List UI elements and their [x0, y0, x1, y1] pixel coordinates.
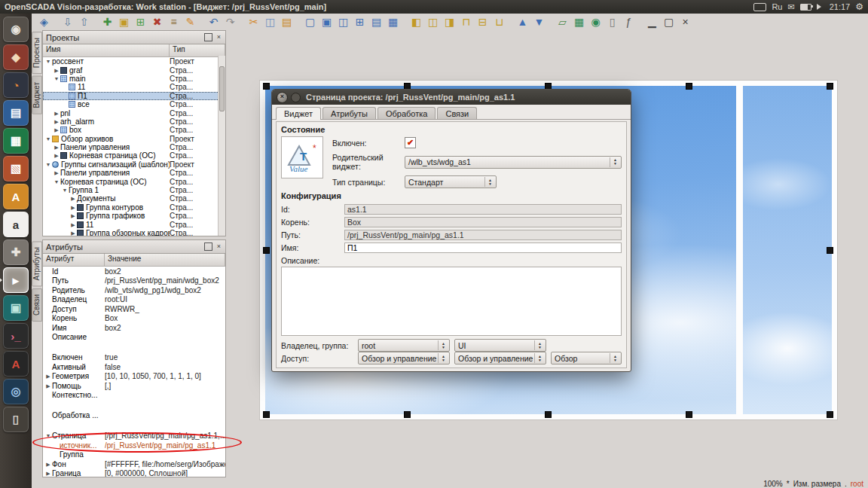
load-from-db-icon[interactable]: ⇩	[60, 14, 75, 29]
terminal-icon[interactable]: ›_	[3, 323, 29, 349]
panel-close-icon[interactable]: ×	[215, 243, 222, 250]
tree-row[interactable]: П1 Стра...	[43, 92, 225, 100]
resize-handle[interactable]	[686, 411, 692, 418]
attribute-value[interactable]: [#FFFFFF, file:/home/serg/Изображен...	[105, 460, 225, 468]
align-bottom-icon[interactable]: ⊔	[491, 14, 507, 29]
expander-icon[interactable]: ▼	[53, 178, 60, 186]
column-name[interactable]: Имя	[43, 44, 170, 56]
align-right-icon[interactable]: ◨	[442, 14, 457, 29]
redo-icon[interactable]: ↷	[222, 14, 238, 29]
expander-icon[interactable]: ▶	[69, 203, 77, 212]
attribute-value[interactable]: true	[105, 353, 225, 361]
attribute-value[interactable]: root:UI	[105, 295, 225, 303]
tree-row[interactable]: ▶ Группа графиков Стра...	[43, 212, 225, 220]
attribute-value[interactable]: box2	[105, 324, 225, 332]
expander-icon[interactable]: ▶	[69, 221, 77, 229]
ide-icon[interactable]: ◎	[3, 379, 29, 404]
expander-icon[interactable]: ▶	[44, 372, 52, 380]
attribute-value[interactable]: /prj_RussVent/pg_main/pg_as1.1	[105, 441, 225, 450]
edit-visual-item-icon[interactable]: ✎	[182, 14, 198, 29]
tree-row[interactable]: ▶ Группа обзорных кадров Стра...	[43, 229, 225, 236]
lower-widget-icon[interactable]: ▼	[531, 14, 547, 29]
side-tab[interactable]: Атрибуты	[32, 241, 42, 286]
expander-icon[interactable]: ▶	[69, 212, 77, 220]
expander-icon[interactable]: ▶	[53, 151, 60, 160]
attribute-row[interactable]: ▶ Геометрия [10, 10, 1050, 700, 1, 1, 1,…	[43, 372, 225, 382]
dialog-tab[interactable]: Атрибуты	[322, 107, 376, 119]
window-list-icon[interactable]: ▤	[368, 14, 384, 29]
form-elements-icon[interactable]: ▦	[571, 14, 587, 29]
panel-float-icon[interactable]	[204, 242, 212, 251]
owner-combo[interactable]: root ▲▼	[358, 339, 450, 352]
add-widget-icon[interactable]: ⊞	[133, 14, 148, 29]
tools-icon[interactable]: ✚	[3, 239, 29, 265]
attribute-row[interactable]: ▶ Помощь [,]	[43, 381, 225, 391]
field-value[interactable]: П1	[344, 242, 622, 253]
expander-icon[interactable]: ▶	[53, 126, 60, 134]
mdi-close-icon[interactable]: ×	[677, 14, 693, 29]
vision-designer-icon[interactable]: ►	[3, 267, 29, 293]
expander-icon[interactable]: ▼	[61, 186, 69, 194]
attribute-row[interactable]: Описание	[43, 333, 225, 353]
tree-row[interactable]: ▶ Документы Стра...	[43, 194, 225, 203]
undo-icon[interactable]: ↶	[206, 14, 222, 29]
expander-icon[interactable]: ▼	[44, 160, 52, 169]
clock[interactable]: 21:17	[830, 2, 851, 11]
enabled-checkbox[interactable]: ✔	[405, 137, 416, 148]
diagram-icon[interactable]: ◉	[588, 14, 604, 29]
page-widget-strip[interactable]	[743, 86, 832, 414]
attribute-row[interactable]: Владелец root:UI	[43, 295, 225, 305]
tree-row[interactable]: ▶ arh_alarm Стра...	[43, 117, 225, 126]
tree-row[interactable]: ▼ Обзор архивов Проект	[43, 135, 225, 143]
writer-icon[interactable]: ▤	[3, 100, 29, 126]
side-tab[interactable]: Проекты	[32, 32, 42, 74]
spinner-arrows-icon[interactable]: ▲▼	[610, 353, 620, 363]
volume-icon[interactable]	[817, 4, 824, 10]
document-icon[interactable]: ▯	[604, 14, 620, 29]
tree-row[interactable]: ▼ main Стра...	[43, 75, 225, 83]
page-type-combo[interactable]: Стандарт ▲▼	[405, 175, 497, 188]
tree-row[interactable]: ▶ Группа контуров Стра...	[43, 203, 225, 212]
new-visual-item-icon[interactable]: ✚	[99, 14, 115, 29]
trash-icon[interactable]: ▯	[3, 407, 29, 432]
zoom-level[interactable]: 100%	[763, 480, 783, 488]
raise-widget-icon[interactable]: ▲	[515, 14, 530, 29]
expander-icon[interactable]: ▼	[53, 75, 60, 83]
tree-row[interactable]: ▼ россвент Проект	[43, 57, 225, 66]
edit-mode[interactable]: Изм. размера	[793, 480, 841, 488]
spinner-arrows-icon[interactable]: ▲▼	[438, 340, 448, 350]
add-library-icon[interactable]: ▣	[116, 14, 132, 29]
spinner-arrows-icon[interactable]: ▲▼	[610, 157, 620, 167]
mail-icon[interactable]: ✉	[787, 2, 794, 12]
align-hcenter-icon[interactable]: ◫	[425, 14, 441, 29]
tree-row[interactable]: ▶ Корневая страница (ОС) Стра...	[43, 151, 225, 160]
tree-row[interactable]: ▶ box Стра...	[43, 126, 225, 134]
resize-handle[interactable]	[404, 411, 411, 418]
amazon-icon[interactable]: a	[3, 212, 29, 237]
attribute-row[interactable]: источник... /prj_RussVent/pg_main/pg_as1…	[43, 441, 225, 450]
resize-handle[interactable]	[263, 247, 270, 254]
resize-handle[interactable]	[686, 83, 692, 90]
attribute-value[interactable]: [,]	[105, 382, 225, 390]
window-view-icon[interactable]: ▣	[319, 14, 335, 29]
keyboard-indicator-icon[interactable]	[753, 3, 766, 11]
attribute-row[interactable]: Активный false	[43, 362, 225, 372]
expander-icon[interactable]: ▶	[44, 382, 52, 390]
tree-row[interactable]: все Стра...	[43, 100, 225, 108]
side-tab[interactable]: Виджет	[32, 76, 42, 114]
tree-row[interactable]: ▶ 11 Стра...	[43, 220, 225, 228]
spinner-arrows-icon[interactable]: ▲▼	[484, 177, 495, 187]
visual-item-properties-icon[interactable]: ≡	[166, 14, 182, 29]
spinner-arrows-icon[interactable]: ▲▼	[534, 340, 545, 350]
column-value[interactable]: Значение	[105, 254, 225, 266]
access-group-combo[interactable]: Обзор и управление ▲▼	[454, 352, 546, 364]
tree-row[interactable]: ▶ Панели управления Стра...	[43, 143, 225, 151]
cascade-windows-icon[interactable]: ◫	[335, 14, 351, 29]
tree-row[interactable]: ▼ Корневая страница (ОС) Стра...	[43, 177, 225, 185]
align-vcenter-icon[interactable]: ⊟	[475, 14, 491, 29]
attribute-value[interactable]: box2	[105, 267, 225, 276]
align-left-icon[interactable]: ◧	[408, 14, 424, 29]
resize-handle[interactable]	[263, 411, 270, 418]
expander-icon[interactable]: ▶	[69, 229, 77, 236]
firefox-icon[interactable]: ◔	[3, 72, 29, 98]
